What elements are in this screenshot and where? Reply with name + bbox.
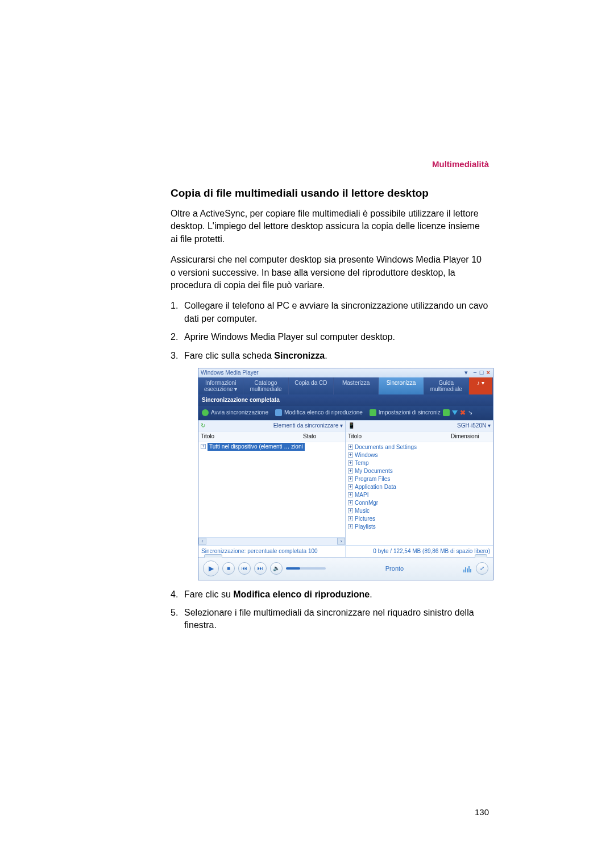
- player-status: Pronto: [329, 564, 460, 573]
- delete-icon[interactable]: ✖: [460, 408, 466, 418]
- expand-icon[interactable]: +: [348, 452, 353, 458]
- page-number: 130: [475, 807, 489, 817]
- next-button[interactable]: ⏭: [254, 562, 267, 575]
- step-item: Aprire Windows Media Player sul computer…: [171, 331, 489, 343]
- text: .: [370, 589, 372, 599]
- settings-icon: [443, 409, 450, 416]
- play-glyph-icon: [452, 410, 458, 415]
- h-scrollbar[interactable]: ‹ ›: [198, 537, 345, 545]
- sync-panes: ↻ Elementi da sincronizzare Titolo Stato…: [198, 420, 493, 545]
- tab-library[interactable]: Catalogomultimediale: [243, 377, 288, 394]
- start-sync-icon: [202, 409, 209, 416]
- expand-icon[interactable]: +: [348, 484, 353, 489]
- sync-settings-icon: [370, 409, 376, 416]
- left-dropdown[interactable]: Elementi da sincronizzare: [273, 422, 343, 430]
- left-pane-header[interactable]: ↻ Elementi da sincronizzare: [198, 421, 345, 431]
- play-button[interactable]: ▶: [203, 560, 219, 576]
- brush-icon: ↘: [468, 409, 472, 417]
- right-dropdown[interactable]: SGH-i520N: [457, 422, 491, 430]
- device-tree: +Documents and Settings +Windows +Temp +…: [346, 442, 493, 532]
- left-pane: ↻ Elementi da sincronizzare Titolo Stato…: [198, 421, 346, 545]
- text: Fare clic su: [184, 589, 233, 599]
- left-list[interactable]: + Tutti nel dispositivo (elementi … zion…: [198, 442, 345, 537]
- player-controls: ▶ ■ ⏮ ⏭ 🔈 Pronto ⤢: [198, 557, 493, 580]
- page-heading: Copia di file multimediali usando il let…: [171, 187, 489, 200]
- tab-burn[interactable]: Masterizza: [334, 377, 379, 394]
- fullscreen-button[interactable]: ⤢: [476, 562, 488, 575]
- player-tab: [475, 554, 487, 558]
- tab-music-store[interactable]: ♪ ▾: [469, 377, 493, 394]
- col-size: Dimensioni: [451, 433, 491, 441]
- slider-fill: [286, 567, 300, 570]
- edit-playlist-button[interactable]: Modifica elenco di riproduzione: [284, 409, 363, 417]
- sync-status-bar: Sincronizzazione completata: [198, 394, 493, 406]
- main-tabs: Informazioniesecuzione ▾ Catalogomultime…: [198, 377, 493, 394]
- mute-button[interactable]: 🔈: [270, 562, 283, 575]
- selected-item[interactable]: Tutti nel dispositivo (elementi … zioni: [208, 443, 305, 451]
- scroll-left[interactable]: ‹: [198, 538, 206, 545]
- step-item: Fare clic su Modifica elenco di riproduz…: [171, 588, 489, 601]
- tree-row[interactable]: +Temp: [348, 459, 491, 467]
- tree-row[interactable]: +Windows: [348, 451, 491, 459]
- expand-icon[interactable]: +: [348, 500, 353, 505]
- refresh-icon: ↻: [201, 422, 205, 430]
- list-item[interactable]: + Tutti nel dispositivo (elementi … zion…: [198, 442, 345, 451]
- expand-icon[interactable]: +: [348, 492, 353, 497]
- right-pane: 📱 SGH-i520N Titolo Dimensioni +Documents…: [346, 421, 493, 545]
- tree-row[interactable]: +Music: [348, 507, 491, 515]
- tree-row[interactable]: +My Documents: [348, 467, 491, 475]
- stop-button[interactable]: ■: [222, 562, 235, 575]
- expand-icon[interactable]: +: [348, 524, 353, 529]
- tree-row[interactable]: +ConnMgr: [348, 499, 491, 507]
- col-title: Titolo: [201, 433, 303, 441]
- col-title: Titolo: [348, 433, 451, 441]
- tree-row[interactable]: +MAPI: [348, 491, 491, 499]
- left-columns: Titolo Stato: [198, 431, 345, 442]
- expand-icon[interactable]: +: [348, 516, 353, 521]
- tree-row[interactable]: +Program Files: [348, 475, 491, 483]
- step-item: Collegare il telefono al PC e avviare la…: [171, 300, 489, 325]
- window-titlebar: Windows Media Player ▾ − □ ×: [198, 368, 493, 377]
- right-list[interactable]: +Documents and Settings +Windows +Temp +…: [346, 442, 493, 545]
- window-controls: ▾ − □ ×: [464, 368, 491, 377]
- expand-icon[interactable]: +: [348, 508, 353, 513]
- sync-toolbar: Avvia sincronizzazione Modifica elenco d…: [198, 406, 493, 420]
- step-item: Selezionare i file multimediali da sincr…: [171, 607, 489, 632]
- close-button[interactable]: ×: [487, 369, 491, 376]
- text: .: [325, 351, 327, 360]
- minimize-button[interactable]: −: [473, 369, 477, 376]
- maximize-button[interactable]: □: [480, 369, 484, 376]
- start-sync-button[interactable]: Avvia sincronizzazione: [211, 409, 268, 417]
- tree-row[interactable]: +Documents and Settings: [348, 443, 491, 451]
- tab-sync[interactable]: Sincronizza: [379, 377, 424, 394]
- expand-icon[interactable]: +: [348, 445, 353, 450]
- prev-button[interactable]: ⏮: [238, 562, 251, 575]
- tab-rip[interactable]: Copia da CD: [289, 377, 334, 394]
- device-space-text: 0 byte / 122,54 MB (89,86 MB di spazio l…: [346, 546, 493, 557]
- expand-icon[interactable]: +: [348, 468, 353, 474]
- text: Fare clic sulla scheda: [184, 351, 274, 360]
- tab-guide[interactable]: Guidamultimediale: [424, 377, 469, 394]
- col-status: Stato: [303, 433, 343, 441]
- device-icon: 📱: [348, 422, 355, 430]
- volume-slider[interactable]: [286, 567, 326, 570]
- section-label: Multimedialità: [171, 159, 489, 169]
- sync-settings-button[interactable]: Impostazioni di sincroniz: [379, 409, 441, 417]
- tree-row[interactable]: +Playlists: [348, 523, 491, 531]
- expand-icon[interactable]: +: [348, 460, 353, 466]
- equalizer-icon: [463, 564, 472, 572]
- paragraph: Oltre a ActiveSync, per copiare file mul…: [171, 207, 489, 246]
- tab-now-playing[interactable]: Informazioniesecuzione ▾: [198, 377, 243, 394]
- player-tab: [204, 554, 222, 558]
- scroll-right[interactable]: ›: [337, 538, 345, 545]
- expand-icon[interactable]: +: [348, 476, 353, 481]
- step-item: Fare clic sulla scheda Sincronizza. Wind…: [171, 350, 489, 580]
- expand-icon[interactable]: +: [201, 444, 206, 449]
- tree-row[interactable]: +Application Data: [348, 483, 491, 491]
- scroll-track[interactable]: [206, 538, 337, 545]
- status-row: Sincronizzazione: percentuale completata…: [198, 545, 493, 557]
- tree-row[interactable]: +Pictures: [348, 515, 491, 523]
- window-title: Windows Media Player: [201, 369, 259, 377]
- wmp-window: Windows Media Player ▾ − □ × Informazion…: [198, 368, 493, 580]
- right-pane-header[interactable]: 📱 SGH-i520N: [346, 421, 493, 431]
